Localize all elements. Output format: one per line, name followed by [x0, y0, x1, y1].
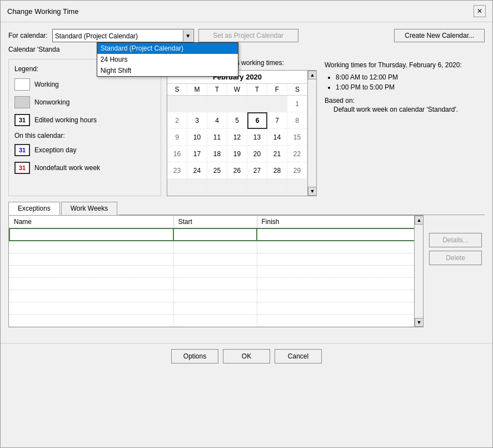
cal-cell-empty-3 — [207, 96, 227, 112]
cal-cell-18[interactable]: 18 — [207, 146, 227, 162]
cal-cell-25[interactable]: 25 — [207, 162, 227, 179]
table-row[interactable] — [9, 314, 414, 326]
bottom-area: Name Start Finish — [8, 215, 485, 334]
calendar-section: Click on a date to see its working times… — [167, 59, 317, 196]
calendar-scroll-up[interactable]: ▲ — [308, 71, 317, 79]
table-row[interactable] — [9, 228, 414, 241]
day-header-m: M — [187, 84, 207, 95]
legend-nonworking: Nonworking — [14, 96, 155, 108]
close-button[interactable]: ✕ — [474, 5, 486, 17]
cal-cell-12[interactable]: 12 — [227, 129, 247, 146]
cal-cell-13[interactable]: 13 — [247, 129, 267, 146]
legend-working: Working — [14, 78, 155, 91]
cal-cell-5[interactable]: 5 — [227, 112, 247, 129]
calendar-dropdown: Standard (Project Calendar) 24 Hours Nig… — [97, 42, 238, 77]
calendar-day-headers: S M T W T F S — [167, 84, 307, 96]
cal-cell-empty-4 — [227, 96, 247, 112]
cal-cell-24[interactable]: 24 — [187, 162, 207, 179]
working-label: Working — [34, 81, 59, 88]
table-row[interactable] — [9, 302, 414, 314]
working-times-list: 8:00 AM to 12:00 PM 1:00 PM to 5:00 PM — [325, 73, 482, 91]
for-calendar-label: For calendar: — [8, 32, 48, 39]
table-row[interactable] — [9, 253, 414, 265]
cal-cell-3[interactable]: 3 — [187, 112, 207, 129]
day-header-w: W — [227, 84, 247, 95]
cal-cell-2[interactable]: 2 — [167, 112, 187, 129]
edited-swatch: 31 — [14, 114, 30, 126]
cal-cell-9[interactable]: 9 — [167, 129, 187, 146]
side-buttons: Details... Delete — [429, 215, 485, 265]
cal-cell-29[interactable]: 29 — [287, 162, 307, 179]
nonworking-label: Nonworking — [34, 98, 69, 106]
cal-cell-15[interactable]: 15 — [287, 129, 307, 146]
based-on-text: Default work week on calendar 'Standard'… — [325, 106, 482, 113]
cal-cell-empty-6 — [267, 96, 287, 112]
cal-cell-1[interactable]: 1 — [287, 96, 307, 112]
exceptions-table-wrapper: Name Start Finish — [9, 216, 414, 327]
cal-cell-10[interactable]: 10 — [187, 129, 207, 146]
cal-cell-28[interactable]: 28 — [267, 162, 287, 179]
cal-cell-e8 — [187, 179, 207, 196]
table-scroll-track — [415, 225, 423, 318]
tab-work-weeks[interactable]: Work Weeks — [61, 202, 118, 215]
options-button[interactable]: Options — [171, 349, 218, 364]
nondefault-label: Nondefault work week — [34, 164, 100, 172]
table-header-row: Name Start Finish — [9, 216, 414, 228]
cal-cell-21[interactable]: 21 — [267, 146, 287, 162]
nondefault-swatch: 31 — [14, 162, 30, 174]
table-scroll-down[interactable]: ▼ — [415, 318, 424, 327]
calendar-container: February 2020 S M T W T F S — [167, 70, 317, 196]
calendar-select-display[interactable]: Standard (Project Calendar) — [52, 29, 194, 42]
cal-cell-22[interactable]: 22 — [287, 146, 307, 162]
cal-cell-23[interactable]: 23 — [167, 162, 187, 179]
cal-cell-6[interactable]: 6 — [247, 112, 267, 129]
col-header-finish: Finish — [257, 216, 414, 228]
table-scroll-up[interactable]: ▲ — [415, 216, 424, 225]
cal-cell-17[interactable]: 17 — [187, 146, 207, 162]
delete-button[interactable]: Delete — [429, 251, 482, 265]
cal-cell-7[interactable]: 7 — [267, 112, 287, 129]
cal-cell-16[interactable]: 16 — [167, 146, 187, 162]
based-on-section: Based on: Default work week on calendar … — [325, 97, 482, 113]
table-row[interactable] — [9, 290, 414, 302]
details-button[interactable]: Details... — [429, 233, 482, 247]
cal-cell-8[interactable]: 8 — [287, 112, 307, 129]
dialog-title: Change Working Time — [7, 7, 78, 16]
legend-edited: 31 Edited working hours — [14, 114, 155, 126]
nonworking-swatch — [14, 96, 30, 108]
calendar-select-wrapper: Standard (Project Calendar) ▼ Standard (… — [52, 29, 194, 42]
calendar-scroll-down[interactable]: ▼ — [308, 187, 317, 196]
cal-cell-e7 — [167, 179, 187, 196]
dropdown-item-nightshift[interactable]: Night Shift — [97, 65, 238, 76]
cal-cell-26[interactable]: 26 — [227, 162, 247, 179]
cal-cell-19[interactable]: 19 — [227, 146, 247, 162]
cal-cell-empty-2 — [187, 96, 207, 112]
based-on-title: Based on: — [325, 97, 482, 104]
cal-cell-27[interactable]: 27 — [247, 162, 267, 179]
working-swatch — [14, 78, 30, 91]
calendar-note: Calendar 'Standa — [8, 46, 485, 53]
working-time-2: 1:00 PM to 5:00 PM — [336, 83, 482, 91]
ok-button[interactable]: OK — [223, 349, 270, 364]
table-row[interactable] — [9, 265, 414, 277]
cal-cell-e11 — [247, 179, 267, 196]
tabs-row: Exceptions Work Weeks — [8, 202, 485, 215]
edited-label: Edited working hours — [34, 116, 97, 124]
dropdown-item-24hours[interactable]: 24 Hours — [97, 54, 238, 65]
cal-cell-14[interactable]: 14 — [267, 129, 287, 146]
cal-cell-20[interactable]: 20 — [247, 146, 267, 162]
set-as-project-button[interactable]: Set as Project Calendar — [198, 29, 298, 42]
dropdown-item-standard[interactable]: Standard (Project Calendar) — [97, 43, 238, 54]
cancel-button[interactable]: Cancel — [275, 349, 322, 364]
day-header-s2: S — [287, 84, 307, 95]
cal-cell-4[interactable]: 4 — [207, 112, 227, 129]
table-row[interactable] — [9, 277, 414, 290]
table-area: Name Start Finish — [8, 215, 424, 334]
exception-name-cell[interactable] — [9, 228, 173, 241]
table-row[interactable] — [9, 241, 414, 253]
day-header-s1: S — [167, 84, 187, 95]
calendar-scrollbar: ▲ ▼ — [308, 70, 317, 196]
cal-cell-11[interactable]: 11 — [207, 129, 227, 146]
tab-exceptions[interactable]: Exceptions — [8, 202, 60, 215]
create-new-calendar-button[interactable]: Create New Calendar... — [394, 29, 485, 42]
